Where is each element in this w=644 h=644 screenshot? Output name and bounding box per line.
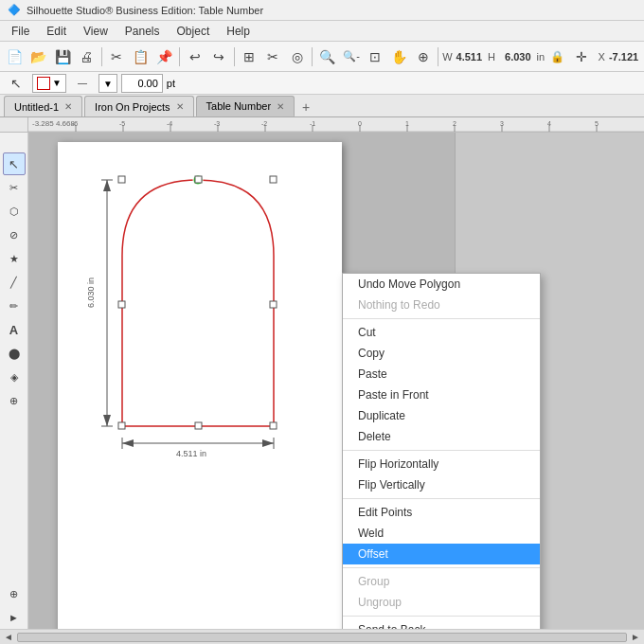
sep4 [312, 47, 313, 66]
transform-btn[interactable]: ✛ [570, 45, 592, 69]
ctx-paste-front[interactable]: Paste in Front [343, 385, 540, 405]
ctx-flip-h[interactable]: Flip Horizontally [343, 454, 540, 474]
tool-4[interactable]: ⊘ [3, 224, 26, 246]
tool-7[interactable]: ✏ [3, 295, 26, 317]
paste-btn[interactable]: 📌 [153, 45, 175, 69]
svg-text:-3: -3 [214, 120, 220, 127]
ctx-undo[interactable]: Undo Move Polygon [343, 274, 540, 295]
ctx-sep3 [343, 498, 540, 499]
ctx-paste[interactable]: Paste [343, 364, 540, 385]
sep3 [234, 47, 235, 66]
tool-bottom-2[interactable]: ► [3, 606, 26, 629]
undo-btn[interactable]: ↩ [184, 45, 206, 69]
tab-add-btn[interactable]: + [296, 98, 315, 116]
zoom-out-btn[interactable]: 🔍- [340, 45, 362, 69]
ctx-offset[interactable]: Offset [343, 544, 540, 564]
shape-dropdown-arrow: ▼ [52, 78, 62, 88]
pt-value-input[interactable] [121, 74, 163, 93]
svg-text:-6: -6 [72, 120, 78, 127]
cut-btn[interactable]: ✂ [106, 45, 128, 69]
ctx-cut[interactable]: Cut [343, 322, 540, 343]
select-tool-btn[interactable]: ↖ [4, 71, 28, 96]
tool-9[interactable]: ⬤ [3, 342, 26, 365]
tab-table-number[interactable]: Table Number ✕ [196, 96, 295, 116]
h-label: H [488, 51, 495, 63]
save-btn[interactable]: 💾 [51, 45, 73, 69]
menu-panels[interactable]: Panels [117, 23, 168, 40]
ctx-copy[interactable]: Copy [343, 343, 540, 364]
tab-table-number-close[interactable]: ✕ [277, 101, 284, 112]
ctx-group: Group [343, 571, 540, 592]
svg-text:5: 5 [595, 120, 599, 127]
tool-2[interactable]: ✂ [3, 176, 26, 199]
shape-selector[interactable]: ▼ [32, 74, 66, 93]
svg-text:4: 4 [547, 120, 551, 127]
zoom-fit-btn[interactable]: ⊡ [365, 45, 386, 69]
ctx-weld[interactable]: Weld [343, 523, 540, 544]
ctx-edit-points[interactable]: Edit Points [343, 502, 540, 523]
print-btn[interactable]: 🖨 [76, 45, 98, 69]
new-btn[interactable]: 📄 [4, 45, 26, 69]
unit-label: in [537, 51, 546, 63]
plus-btn[interactable]: ⊕ [412, 45, 434, 69]
open-btn[interactable]: 📂 [27, 45, 49, 69]
scroll-right-btn[interactable]: ► [631, 632, 640, 642]
svg-text:-4: -4 [167, 120, 172, 127]
menu-edit[interactable]: Edit [39, 23, 74, 40]
tool-3[interactable]: ⬡ [3, 200, 26, 223]
tab-untitled-close[interactable]: ✕ [64, 101, 72, 112]
line-tool-btn[interactable]: — [70, 71, 95, 96]
tool-11[interactable]: ⊕ [3, 389, 26, 412]
line-selector[interactable]: ▼ [98, 74, 117, 93]
tabs-bar: Untitled-1 ✕ Iron On Projects ✕ Table Nu… [0, 95, 644, 117]
svg-marker-35 [262, 439, 274, 447]
tab-iron-on-close[interactable]: ✕ [176, 101, 184, 112]
menu-file[interactable]: File [4, 23, 37, 40]
tab-untitled-label: Untitled-1 [14, 101, 59, 113]
menu-object[interactable]: Object [170, 23, 218, 40]
grid-btn[interactable]: ⊞ [239, 45, 260, 69]
tool-text[interactable]: A [3, 318, 26, 341]
svg-text:0: 0 [358, 120, 362, 127]
svg-rect-38 [118, 176, 125, 183]
cut-settings-btn[interactable]: ✂ [262, 45, 284, 69]
menu-bar: File Edit View Panels Object Help [0, 21, 644, 42]
tab-untitled[interactable]: Untitled-1 ✕ [4, 96, 82, 116]
reg-btn[interactable]: ◎ [286, 45, 308, 69]
tool-bottom-1[interactable]: ⊕ [3, 582, 26, 605]
horizontal-ruler: -3.285 4.668 -6 -5 -4 -3 -2 [28, 117, 644, 133]
svg-rect-39 [195, 176, 202, 183]
svg-text:4.511 in: 4.511 in [176, 449, 206, 458]
copy-btn[interactable]: 📋 [130, 45, 152, 69]
lock-btn[interactable]: 🔒 [546, 45, 568, 69]
svg-marker-29 [103, 415, 111, 426]
ctx-duplicate[interactable]: Duplicate [343, 405, 540, 426]
ctx-send-back[interactable]: Send to Back [343, 619, 540, 629]
tool-select[interactable]: ↖ [3, 152, 26, 175]
svg-rect-43 [118, 422, 125, 429]
h-value: 6.030 [505, 51, 531, 63]
zoom-in-btn[interactable]: 🔍 [316, 45, 338, 69]
x-value: -7.121 [609, 51, 638, 63]
scroll-left-btn[interactable]: ◄ [4, 632, 13, 642]
pan-btn[interactable]: ✋ [388, 45, 410, 69]
ctx-flip-v[interactable]: Flip Vertically [343, 474, 540, 495]
canvas-area[interactable]: 6.030 in 4.511 in [29, 133, 644, 629]
ruler-corner [0, 117, 28, 133]
x-label: X [599, 51, 605, 63]
ctx-ungroup: Ungroup [343, 592, 540, 613]
svg-text:3: 3 [500, 120, 504, 127]
redo-btn[interactable]: ↪ [208, 45, 230, 69]
tool-5[interactable]: ★ [3, 247, 26, 270]
ctx-delete[interactable]: Delete [343, 426, 540, 447]
tab-iron-on[interactable]: Iron On Projects ✕ [84, 96, 193, 116]
menu-help[interactable]: Help [219, 23, 258, 40]
scroll-bar-h[interactable] [17, 633, 627, 642]
tool-6[interactable]: ╱ [3, 271, 26, 294]
svg-rect-41 [118, 301, 125, 308]
svg-marker-34 [122, 439, 134, 447]
menu-view[interactable]: View [76, 23, 116, 40]
sep5 [438, 47, 438, 66]
tool-10[interactable]: ◈ [3, 366, 26, 388]
shape-preview [37, 77, 50, 90]
